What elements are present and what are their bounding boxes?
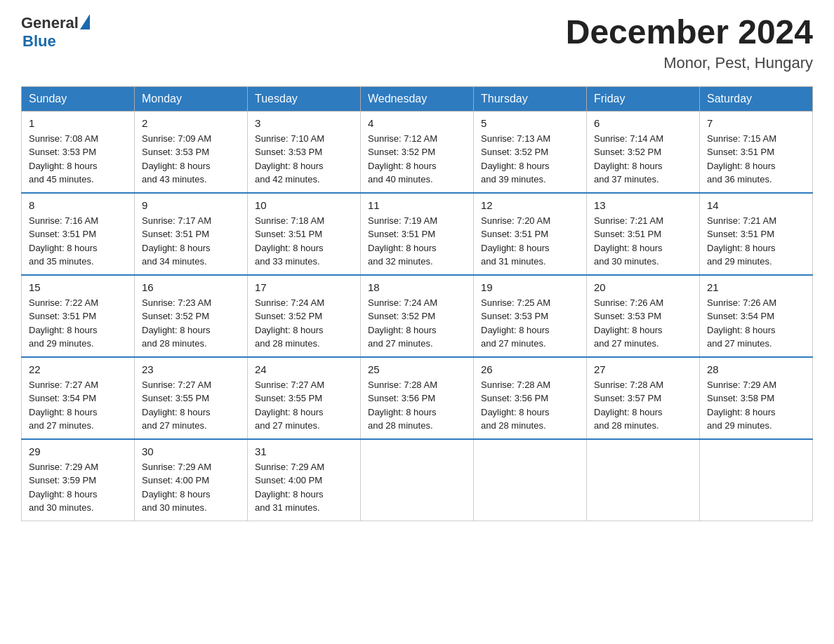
day-info: Sunrise: 7:08 AM Sunset: 3:53 PM Dayligh… (29, 132, 127, 187)
day-number: 6 (594, 117, 692, 129)
day-number: 21 (707, 281, 805, 293)
daylight-text: Daylight: 8 hours (368, 407, 437, 417)
sunset-text: Sunset: 3:54 PM (29, 393, 96, 403)
sunset-text: Sunset: 3:53 PM (29, 147, 96, 157)
calendar-day-cell: 8 Sunrise: 7:16 AM Sunset: 3:51 PM Dayli… (22, 193, 135, 275)
daylight-text2: and 30 minutes. (29, 502, 94, 513)
sunrise-text: Sunrise: 7:28 AM (594, 380, 663, 390)
page-subtitle: Monor, Pest, Hungary (566, 54, 813, 72)
sunrise-text: Sunrise: 7:16 AM (29, 215, 98, 226)
calendar-day-cell: 24 Sunrise: 7:27 AM Sunset: 3:55 PM Dayl… (248, 357, 361, 439)
daylight-text2: and 27 minutes. (481, 338, 546, 349)
day-info: Sunrise: 7:27 AM Sunset: 3:55 PM Dayligh… (255, 378, 353, 433)
page-title: December 2024 (566, 14, 813, 51)
sunrise-text: Sunrise: 7:27 AM (29, 380, 98, 390)
calendar-day-cell: 28 Sunrise: 7:29 AM Sunset: 3:58 PM Dayl… (700, 357, 813, 439)
day-info: Sunrise: 7:28 AM Sunset: 3:56 PM Dayligh… (481, 378, 579, 433)
calendar-day-cell: 31 Sunrise: 7:29 AM Sunset: 4:00 PM Dayl… (248, 439, 361, 521)
day-number: 4 (368, 117, 466, 129)
daylight-text: Daylight: 8 hours (255, 407, 324, 417)
daylight-text2: and 28 minutes. (142, 338, 207, 349)
day-info: Sunrise: 7:22 AM Sunset: 3:51 PM Dayligh… (29, 296, 127, 351)
sunset-text: Sunset: 3:51 PM (29, 229, 96, 239)
day-number: 15 (29, 281, 127, 293)
day-number: 14 (707, 199, 805, 211)
daylight-text: Daylight: 8 hours (142, 243, 211, 253)
logo: General Blue (21, 14, 95, 51)
sunset-text: Sunset: 4:00 PM (142, 475, 209, 485)
sunset-text: Sunset: 3:52 PM (481, 147, 548, 157)
daylight-text2: and 37 minutes. (594, 174, 659, 185)
sunset-text: Sunset: 3:52 PM (368, 147, 435, 157)
calendar-header: SundayMondayTuesdayWednesdayThursdayFrid… (22, 86, 813, 111)
calendar-week-row: 1 Sunrise: 7:08 AM Sunset: 3:53 PM Dayli… (22, 111, 813, 193)
calendar-day-cell: 21 Sunrise: 7:26 AM Sunset: 3:54 PM Dayl… (700, 275, 813, 357)
day-number: 12 (481, 199, 579, 211)
day-info: Sunrise: 7:24 AM Sunset: 3:52 PM Dayligh… (255, 296, 353, 351)
sunrise-text: Sunrise: 7:26 AM (594, 297, 663, 308)
daylight-text: Daylight: 8 hours (29, 489, 98, 499)
day-number: 31 (255, 445, 353, 457)
sunrise-text: Sunrise: 7:24 AM (255, 297, 324, 308)
day-number: 18 (368, 281, 466, 293)
sunset-text: Sunset: 3:51 PM (707, 147, 774, 157)
daylight-text: Daylight: 8 hours (142, 407, 211, 417)
sunset-text: Sunset: 3:56 PM (368, 393, 435, 403)
calendar-day-cell: 23 Sunrise: 7:27 AM Sunset: 3:55 PM Dayl… (135, 357, 248, 439)
day-number: 13 (594, 199, 692, 211)
daylight-text: Daylight: 8 hours (481, 407, 550, 417)
daylight-text2: and 29 minutes. (29, 338, 94, 349)
sunset-text: Sunset: 3:51 PM (481, 229, 548, 239)
sunset-text: Sunset: 3:54 PM (707, 311, 774, 321)
sunrise-text: Sunrise: 7:15 AM (707, 133, 776, 144)
day-info: Sunrise: 7:29 AM Sunset: 3:58 PM Dayligh… (707, 378, 805, 433)
daylight-text2: and 30 minutes. (594, 256, 659, 267)
daylight-text2: and 28 minutes. (594, 420, 659, 431)
sunrise-text: Sunrise: 7:27 AM (142, 380, 211, 390)
day-number: 27 (594, 363, 692, 375)
day-info: Sunrise: 7:21 AM Sunset: 3:51 PM Dayligh… (594, 214, 692, 269)
daylight-text2: and 28 minutes. (368, 420, 433, 431)
calendar-day-cell: 4 Sunrise: 7:12 AM Sunset: 3:52 PM Dayli… (361, 111, 474, 193)
sunset-text: Sunset: 3:53 PM (481, 311, 548, 321)
calendar-day-cell: 25 Sunrise: 7:28 AM Sunset: 3:56 PM Dayl… (361, 357, 474, 439)
daylight-text2: and 27 minutes. (255, 420, 320, 431)
day-number: 19 (481, 281, 579, 293)
day-info: Sunrise: 7:21 AM Sunset: 3:51 PM Dayligh… (707, 214, 805, 269)
calendar-day-cell: 7 Sunrise: 7:15 AM Sunset: 3:51 PM Dayli… (700, 111, 813, 193)
sunset-text: Sunset: 3:51 PM (368, 229, 435, 239)
calendar-week-row: 15 Sunrise: 7:22 AM Sunset: 3:51 PM Dayl… (22, 275, 813, 357)
daylight-text2: and 39 minutes. (481, 174, 546, 185)
day-number: 10 (255, 199, 353, 211)
calendar-day-cell: 3 Sunrise: 7:10 AM Sunset: 3:53 PM Dayli… (248, 111, 361, 193)
calendar-day-cell: 22 Sunrise: 7:27 AM Sunset: 3:54 PM Dayl… (22, 357, 135, 439)
daylight-text2: and 28 minutes. (481, 420, 546, 431)
sunrise-text: Sunrise: 7:28 AM (481, 380, 550, 390)
daylight-text2: and 28 minutes. (255, 338, 320, 349)
day-info: Sunrise: 7:13 AM Sunset: 3:52 PM Dayligh… (481, 132, 579, 187)
sunrise-text: Sunrise: 7:21 AM (594, 215, 663, 226)
sunrise-text: Sunrise: 7:22 AM (29, 297, 98, 308)
sunrise-text: Sunrise: 7:24 AM (368, 297, 437, 308)
calendar-table: SundayMondayTuesdayWednesdayThursdayFrid… (21, 86, 813, 521)
sunset-text: Sunset: 3:52 PM (594, 147, 661, 157)
logo-blue-text: Blue (22, 32, 56, 51)
daylight-text: Daylight: 8 hours (707, 161, 776, 171)
day-info: Sunrise: 7:09 AM Sunset: 3:53 PM Dayligh… (142, 132, 240, 187)
day-info: Sunrise: 7:28 AM Sunset: 3:56 PM Dayligh… (368, 378, 466, 433)
daylight-text: Daylight: 8 hours (481, 325, 550, 335)
day-info: Sunrise: 7:27 AM Sunset: 3:54 PM Dayligh… (29, 378, 127, 433)
calendar-day-cell: 10 Sunrise: 7:18 AM Sunset: 3:51 PM Dayl… (248, 193, 361, 275)
calendar-day-cell: 15 Sunrise: 7:22 AM Sunset: 3:51 PM Dayl… (22, 275, 135, 357)
calendar-day-cell: 16 Sunrise: 7:23 AM Sunset: 3:52 PM Dayl… (135, 275, 248, 357)
daylight-text2: and 27 minutes. (707, 338, 772, 349)
daylight-text2: and 42 minutes. (255, 174, 320, 185)
calendar-day-cell: 2 Sunrise: 7:09 AM Sunset: 3:53 PM Dayli… (135, 111, 248, 193)
sunset-text: Sunset: 3:52 PM (255, 311, 322, 321)
sunset-text: Sunset: 3:51 PM (707, 229, 774, 239)
daylight-text2: and 30 minutes. (142, 502, 207, 513)
day-number: 22 (29, 363, 127, 375)
sunset-text: Sunset: 3:51 PM (255, 229, 322, 239)
day-info: Sunrise: 7:19 AM Sunset: 3:51 PM Dayligh… (368, 214, 466, 269)
daylight-text2: and 40 minutes. (368, 174, 433, 185)
